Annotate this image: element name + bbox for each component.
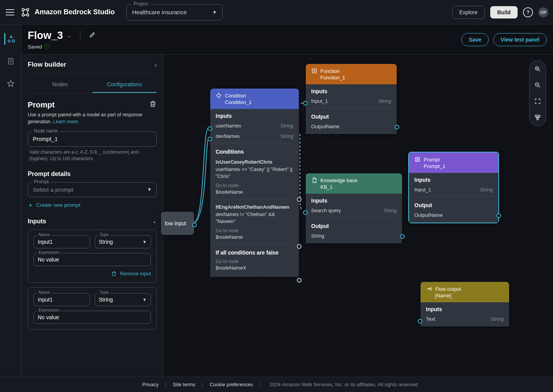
input-port[interactable] bbox=[208, 126, 212, 131]
explore-button[interactable]: Explore bbox=[452, 6, 485, 19]
inputs-heading: Inputs bbox=[28, 218, 46, 225]
condition-icon bbox=[216, 92, 222, 99]
tab-nodes[interactable]: Nodes bbox=[28, 77, 92, 93]
chevron-down-icon: ▼ bbox=[147, 187, 152, 192]
node-name-input[interactable] bbox=[33, 136, 152, 142]
menu-toggle[interactable] bbox=[5, 7, 15, 18]
input-type-select[interactable]: Type String ▼ bbox=[95, 293, 151, 306]
input-port[interactable] bbox=[303, 101, 308, 106]
saved-status: Saved ✓ bbox=[28, 44, 96, 50]
input-name-field[interactable]: Name bbox=[34, 293, 90, 306]
input-type-select[interactable]: Type String ▼ bbox=[95, 235, 151, 248]
output-port[interactable] bbox=[297, 278, 302, 283]
flow-output-node[interactable]: Flow output [Name] Inputs TextString bbox=[421, 282, 509, 327]
svg-rect-12 bbox=[538, 115, 540, 117]
learn-more-link[interactable]: Learn more. bbox=[53, 119, 79, 124]
footer-copyright: 2024 Amazon Web Services, Inc. or its af… bbox=[260, 382, 418, 387]
check-icon: ✓ bbox=[44, 44, 50, 49]
prompt-icon bbox=[414, 156, 421, 162]
input-port[interactable] bbox=[303, 210, 308, 215]
project-selector[interactable]: Project Healthcare insurance ▼ bbox=[126, 4, 223, 20]
rail-docs-icon[interactable] bbox=[5, 55, 17, 67]
collapse-panel-icon[interactable]: ‹ bbox=[155, 62, 157, 68]
create-prompt-link[interactable]: ＋ Create new prompt bbox=[28, 202, 157, 209]
remove-input-link[interactable]: Remove input bbox=[34, 271, 151, 277]
condition-node[interactable]: Condition Condition_1 Inputs userNamesSt… bbox=[210, 89, 299, 277]
svg-rect-5 bbox=[12, 40, 15, 42]
output-port[interactable] bbox=[395, 125, 399, 129]
input-card: Name Type String ▼ Expression bbox=[28, 287, 157, 330]
svg-point-4 bbox=[8, 40, 10, 42]
input-card: Name Type String ▼ Expression bbox=[28, 230, 157, 283]
svg-point-3 bbox=[27, 14, 29, 16]
knowledge-base-node[interactable]: Knowledge base KB_1 Inputs Search queryS… bbox=[306, 173, 402, 243]
footer-terms[interactable]: Site terms bbox=[166, 382, 203, 387]
avatar[interactable]: OP bbox=[538, 7, 548, 17]
function-node[interactable]: Function Function_1 Inputs Input_1String… bbox=[306, 64, 397, 134]
prompt-node[interactable]: Prompt Prompt_1 Inputs Input_1String Out… bbox=[408, 152, 499, 223]
chevron-down-icon: ▼ bbox=[142, 297, 147, 302]
flow-input-node[interactable]: low input bbox=[161, 212, 194, 235]
input-port[interactable] bbox=[418, 319, 422, 323]
logo: Amazon Bedrock Studio bbox=[20, 7, 115, 18]
rail-flows-icon[interactable] bbox=[4, 33, 16, 45]
fit-screen-icon[interactable] bbox=[534, 97, 541, 105]
output-port[interactable] bbox=[297, 244, 302, 249]
tab-configurations[interactable]: Configurations bbox=[92, 77, 157, 93]
document-icon bbox=[311, 177, 317, 183]
svg-point-0 bbox=[22, 8, 24, 11]
node-name-field[interactable]: Node name bbox=[28, 131, 157, 147]
input-port[interactable] bbox=[208, 137, 212, 141]
svg-point-2 bbox=[22, 14, 24, 16]
output-port[interactable] bbox=[297, 197, 302, 202]
zoom-controls bbox=[529, 60, 546, 126]
panel-title: Flow builder bbox=[28, 61, 66, 69]
flow-chevron-icon[interactable]: ⌄ bbox=[67, 32, 72, 39]
help-icon[interactable]: ? bbox=[523, 7, 533, 17]
flow-canvas[interactable]: low input Condition Condition_1 Inputs u… bbox=[163, 55, 553, 377]
output-port[interactable] bbox=[400, 234, 405, 239]
view-test-panel-button[interactable]: View test panel bbox=[493, 33, 547, 46]
footer-privacy[interactable]: Privacy bbox=[135, 382, 166, 387]
build-button[interactable]: Build bbox=[490, 6, 518, 18]
svg-rect-13 bbox=[537, 118, 539, 120]
save-button[interactable]: Save bbox=[461, 33, 489, 46]
rail-star-icon[interactable] bbox=[5, 78, 17, 89]
section-prompt-heading: Prompt bbox=[28, 101, 55, 109]
zoom-in-icon[interactable] bbox=[534, 65, 541, 73]
output-port[interactable] bbox=[496, 213, 501, 218]
chevron-down-icon: ▼ bbox=[212, 10, 217, 15]
node-name-hint: Valid characters are a-z, A-Z, 0-9, _ (u… bbox=[28, 149, 157, 162]
chevron-down-icon: ▼ bbox=[142, 240, 147, 244]
flow-name: Flow_3 bbox=[28, 30, 63, 42]
output-port[interactable] bbox=[192, 223, 197, 227]
edit-icon[interactable] bbox=[89, 31, 96, 40]
output-icon bbox=[426, 286, 432, 292]
input-expression-field[interactable]: Expression bbox=[34, 311, 151, 324]
app-title: Amazon Bedrock Studio bbox=[35, 8, 115, 16]
prompt-details-heading: Prompt details bbox=[28, 171, 157, 178]
input-expression-field[interactable]: Expression bbox=[34, 253, 151, 266]
inputs-collapse-icon[interactable]: ⌄ bbox=[152, 218, 157, 224]
prompt-select[interactable]: Prompt Select a prompt ▼ bbox=[28, 182, 157, 197]
input-name-field[interactable]: Name bbox=[34, 235, 90, 248]
function-icon bbox=[311, 68, 317, 74]
zoom-out-icon[interactable] bbox=[534, 81, 541, 89]
plus-icon: ＋ bbox=[28, 202, 33, 209]
layout-icon[interactable] bbox=[534, 114, 541, 121]
footer-cookies[interactable]: Cookie preferences bbox=[203, 382, 260, 387]
svg-point-1 bbox=[27, 8, 29, 11]
trash-icon bbox=[111, 271, 117, 277]
bedrock-icon bbox=[20, 7, 31, 18]
delete-node-icon[interactable] bbox=[149, 100, 157, 109]
svg-rect-11 bbox=[535, 115, 537, 117]
